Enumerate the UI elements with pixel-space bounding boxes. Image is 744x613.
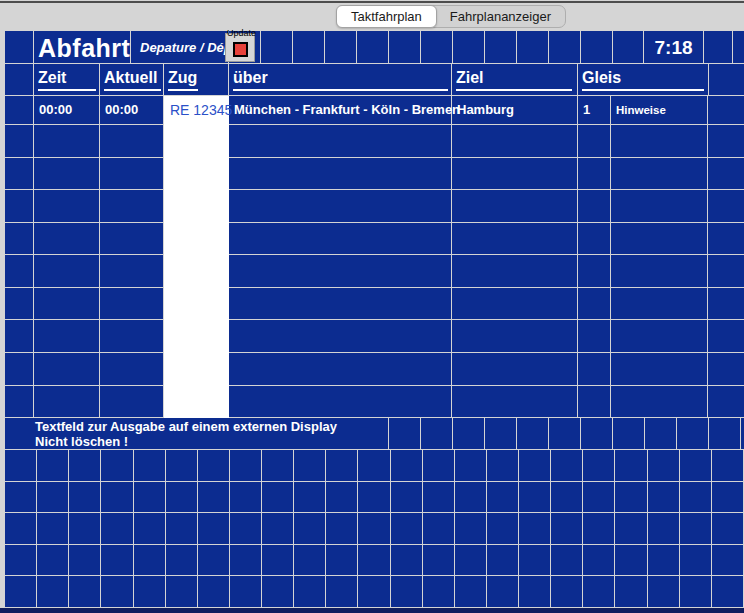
grid-cell[interactable] xyxy=(101,450,133,481)
grid-cell[interactable] xyxy=(708,386,744,418)
grid-cell[interactable] xyxy=(485,418,517,449)
grid-cell[interactable] xyxy=(5,64,34,95)
grid-cell[interactable] xyxy=(166,450,198,481)
grid-cell[interactable] xyxy=(712,513,744,544)
grid-cell[interactable] xyxy=(578,320,611,352)
grid-cell[interactable] xyxy=(326,450,358,481)
grid-cell[interactable] xyxy=(5,513,37,544)
grid-cell[interactable] xyxy=(708,353,744,385)
grid-cell[interactable] xyxy=(100,386,164,418)
grid-cell[interactable] xyxy=(551,482,583,513)
grid-cell[interactable] xyxy=(229,353,452,385)
grid-cell[interactable] xyxy=(423,482,455,513)
grid-cell[interactable] xyxy=(230,513,262,544)
grid-cell[interactable] xyxy=(100,255,164,287)
grid-cell[interactable] xyxy=(69,482,101,513)
grid-cell[interactable] xyxy=(262,513,294,544)
grid-cell[interactable] xyxy=(708,125,744,157)
grid-cell[interactable] xyxy=(358,450,390,481)
grid-cell[interactable] xyxy=(229,320,452,352)
grid-cell[interactable] xyxy=(391,513,423,544)
grid-cell[interactable] xyxy=(37,513,69,544)
grid-cell[interactable] xyxy=(262,482,294,513)
grid-cell[interactable] xyxy=(325,31,357,63)
grid-cell[interactable] xyxy=(198,576,230,607)
grid-cell[interactable] xyxy=(166,576,198,607)
grid-cell[interactable] xyxy=(34,125,100,157)
grid-cell[interactable] xyxy=(578,255,611,287)
ziel-field[interactable]: Hamburg xyxy=(452,96,578,124)
grid-cell[interactable] xyxy=(134,482,166,513)
grid-cell[interactable] xyxy=(229,288,452,320)
grid-cell[interactable] xyxy=(452,223,578,255)
grid-cell[interactable] xyxy=(519,513,551,544)
grid-cell[interactable] xyxy=(5,31,34,63)
grid-cell[interactable] xyxy=(5,255,34,287)
grid-cell[interactable] xyxy=(704,31,733,63)
grid-cell[interactable] xyxy=(549,31,581,63)
grid-cell[interactable] xyxy=(487,482,519,513)
grid-cell[interactable] xyxy=(166,482,198,513)
grid-cell[interactable] xyxy=(230,545,262,576)
grid-cell[interactable] xyxy=(453,418,485,449)
grid-cell[interactable] xyxy=(583,576,615,607)
grid-cell[interactable] xyxy=(519,576,551,607)
grid-cell[interactable] xyxy=(648,513,680,544)
grid-cell[interactable] xyxy=(611,386,708,418)
grid-cell[interactable] xyxy=(5,386,34,418)
grid-cell[interactable] xyxy=(230,482,262,513)
grid-cell[interactable] xyxy=(389,31,421,63)
grid-cell[interactable] xyxy=(648,450,680,481)
grid-cell[interactable] xyxy=(294,576,326,607)
tab-fahrplananzeiger[interactable]: Fahrplananzeiger xyxy=(436,6,565,27)
grid-cell[interactable] xyxy=(452,158,578,190)
external-display-textfield[interactable]: Textfeld zur Ausgabe auf einem externen … xyxy=(5,418,389,449)
grid-cell[interactable] xyxy=(101,545,133,576)
grid-cell[interactable] xyxy=(423,450,455,481)
grid-cell[interactable] xyxy=(326,513,358,544)
grid-cell[interactable] xyxy=(261,31,293,63)
grid-cell[interactable] xyxy=(358,482,390,513)
grid-cell[interactable] xyxy=(708,158,744,190)
grid-cell[interactable] xyxy=(578,353,611,385)
grid-cell[interactable] xyxy=(487,450,519,481)
grid-cell[interactable] xyxy=(69,545,101,576)
grid-cell[interactable] xyxy=(134,545,166,576)
grid-cell[interactable] xyxy=(166,545,198,576)
grid-cell[interactable] xyxy=(134,513,166,544)
grid-cell[interactable] xyxy=(487,576,519,607)
grid-cell[interactable] xyxy=(326,482,358,513)
grid-cell[interactable] xyxy=(391,482,423,513)
grid-cell[interactable] xyxy=(708,96,744,124)
grid-cell[interactable] xyxy=(611,158,708,190)
grid-cell[interactable] xyxy=(645,418,677,449)
grid-cell[interactable] xyxy=(519,545,551,576)
grid-cell[interactable] xyxy=(229,223,452,255)
grid-cell[interactable] xyxy=(452,255,578,287)
grid-cell[interactable] xyxy=(357,31,389,63)
grid-cell[interactable] xyxy=(615,576,647,607)
grid-cell[interactable] xyxy=(100,353,164,385)
grid-cell[interactable] xyxy=(452,190,578,222)
grid-cell[interactable] xyxy=(5,223,34,255)
grid-cell[interactable] xyxy=(452,320,578,352)
grid-cell[interactable] xyxy=(5,576,37,607)
grid-cell[interactable] xyxy=(455,513,487,544)
grid-cell[interactable] xyxy=(708,255,744,287)
gleis-field[interactable]: 1 xyxy=(578,96,611,124)
grid-cell[interactable] xyxy=(326,576,358,607)
grid-cell[interactable] xyxy=(5,158,34,190)
grid-cell[interactable] xyxy=(611,255,708,287)
grid-cell[interactable] xyxy=(5,96,34,124)
grid-cell[interactable] xyxy=(423,513,455,544)
grid-cell[interactable] xyxy=(611,288,708,320)
grid-cell[interactable] xyxy=(37,482,69,513)
grid-cell[interactable] xyxy=(708,223,744,255)
grid-cell[interactable] xyxy=(262,450,294,481)
grid-cell[interactable] xyxy=(262,545,294,576)
grid-cell[interactable] xyxy=(455,576,487,607)
grid-cell[interactable] xyxy=(391,450,423,481)
grid-cell[interactable] xyxy=(709,64,744,95)
grid-cell[interactable] xyxy=(229,125,452,157)
grid-cell[interactable] xyxy=(615,450,647,481)
